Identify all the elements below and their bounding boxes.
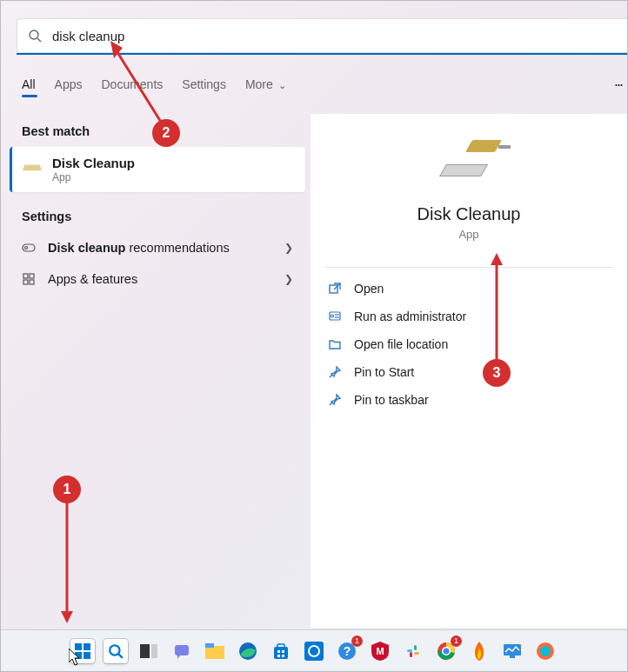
tab-more[interactable]: More ⌄ xyxy=(245,77,286,91)
browser-icon xyxy=(536,642,555,661)
taskbar-app-blue[interactable] xyxy=(302,639,326,663)
search-underline xyxy=(17,53,627,55)
search-tabs: All Apps Documents Settings More ⌄ ··· xyxy=(22,70,622,98)
svg-point-0 xyxy=(30,30,38,39)
taskbar-monitor-app[interactable] xyxy=(500,639,524,663)
search-input[interactable] xyxy=(50,28,627,44)
tab-documents[interactable]: Documents xyxy=(101,77,163,91)
store-icon xyxy=(272,642,290,660)
detail-sub: App xyxy=(458,228,478,241)
tab-apps[interactable]: Apps xyxy=(55,77,83,91)
svg-rect-21 xyxy=(205,646,224,659)
taskbar-edge[interactable] xyxy=(236,639,260,663)
action-run-admin[interactable]: Run as administrator xyxy=(311,303,627,330)
svg-rect-8 xyxy=(330,285,337,293)
annotation-arrow-1 xyxy=(58,502,79,623)
svg-rect-36 xyxy=(414,645,417,650)
svg-rect-27 xyxy=(282,650,284,653)
chevron-right-icon: ❯ xyxy=(284,242,293,254)
taskbar-browser-app[interactable] xyxy=(533,639,558,663)
monitor-icon xyxy=(503,643,522,659)
open-icon xyxy=(328,283,342,295)
action-pin-start[interactable]: Pin to Start xyxy=(311,358,627,386)
pin-icon xyxy=(328,394,342,406)
taskbar-flame-app[interactable] xyxy=(467,639,491,663)
taskbar-mcafee[interactable]: M xyxy=(368,639,392,663)
tab-settings[interactable]: Settings xyxy=(182,77,226,91)
settings-item-disk-recommendations[interactable]: Disk cleanup recommendations ❯ xyxy=(10,232,305,263)
action-pin-taskbar[interactable]: Pin to taskbar xyxy=(311,386,627,414)
action-label: Pin to taskbar xyxy=(354,393,429,407)
taskbar-chrome[interactable]: 1 xyxy=(434,639,458,663)
chevron-down-icon: ⌄ xyxy=(278,80,286,90)
svg-rect-5 xyxy=(30,274,34,278)
taskbar-taskview[interactable] xyxy=(137,639,161,663)
svg-rect-7 xyxy=(30,280,34,284)
svg-rect-4 xyxy=(23,274,28,278)
tab-more-label: More xyxy=(245,77,273,91)
badge: 1 xyxy=(451,635,462,647)
svg-rect-18 xyxy=(140,644,150,658)
badge: 1 xyxy=(351,635,363,647)
callout-2: 2 xyxy=(154,121,178,145)
divider xyxy=(324,267,613,268)
svg-point-43 xyxy=(444,648,450,654)
taskbar-store[interactable] xyxy=(269,639,293,663)
taskbar-search-button[interactable] xyxy=(104,639,128,663)
disk-cleanup-icon-large xyxy=(443,149,495,176)
storage-icon xyxy=(22,243,36,252)
best-match-item[interactable]: Disk Cleanup App xyxy=(10,147,305,192)
folder-icon xyxy=(205,643,224,659)
svg-rect-20 xyxy=(175,645,189,655)
svg-rect-37 xyxy=(414,652,419,655)
taskbar-help[interactable]: ? 1 xyxy=(335,639,359,663)
action-label: Run as administrator xyxy=(354,309,466,323)
settings-item-apps-features[interactable]: Apps & features ❯ xyxy=(10,263,305,295)
svg-line-17 xyxy=(118,654,123,658)
taskbar-file-explorer[interactable] xyxy=(203,639,227,663)
result-detail-panel: Disk Cleanup App Open Run as administrat… xyxy=(311,114,627,628)
mcafee-icon: M xyxy=(371,642,389,661)
overflow-menu-button[interactable]: ··· xyxy=(614,76,622,94)
svg-text:?: ? xyxy=(344,644,351,658)
svg-rect-38 xyxy=(410,652,412,657)
disk-cleanup-icon xyxy=(23,159,42,178)
action-label: Pin to Start xyxy=(354,365,414,379)
settings-item-rest: recommendations xyxy=(125,241,229,255)
action-open[interactable]: Open xyxy=(311,275,627,303)
search-icon xyxy=(108,643,124,659)
pin-icon xyxy=(328,366,342,378)
svg-marker-49 xyxy=(61,611,73,623)
taskbar-slack[interactable] xyxy=(401,639,425,663)
settings-header: Settings xyxy=(10,192,305,232)
search-bar[interactable] xyxy=(17,18,627,53)
action-open-location[interactable]: Open file location xyxy=(311,330,627,358)
svg-rect-35 xyxy=(407,649,412,652)
svg-rect-28 xyxy=(277,655,280,657)
svg-rect-24 xyxy=(274,647,288,659)
taskview-icon xyxy=(140,644,157,658)
settings-item-label: Apps & features xyxy=(48,272,137,286)
svg-point-3 xyxy=(25,247,28,250)
apps-icon xyxy=(22,273,36,285)
svg-rect-26 xyxy=(277,650,280,653)
svg-line-15 xyxy=(330,403,332,405)
flame-icon xyxy=(471,642,487,661)
chat-icon xyxy=(173,642,190,660)
tab-all[interactable]: All xyxy=(22,77,36,91)
svg-rect-45 xyxy=(510,655,515,658)
best-match-sub: App xyxy=(52,171,135,183)
svg-rect-19 xyxy=(151,644,157,658)
taskbar: ? 1 M 1 xyxy=(1,629,627,671)
svg-rect-30 xyxy=(304,642,324,661)
svg-rect-6 xyxy=(23,280,28,284)
callout-1: 1 xyxy=(55,477,79,502)
app-icon xyxy=(304,642,324,661)
tab-underline xyxy=(22,95,37,97)
search-icon xyxy=(28,29,42,43)
taskbar-chat[interactable] xyxy=(170,639,194,663)
svg-rect-29 xyxy=(282,655,284,657)
svg-point-47 xyxy=(540,646,551,656)
cursor-icon xyxy=(69,649,81,666)
svg-rect-22 xyxy=(205,643,214,648)
